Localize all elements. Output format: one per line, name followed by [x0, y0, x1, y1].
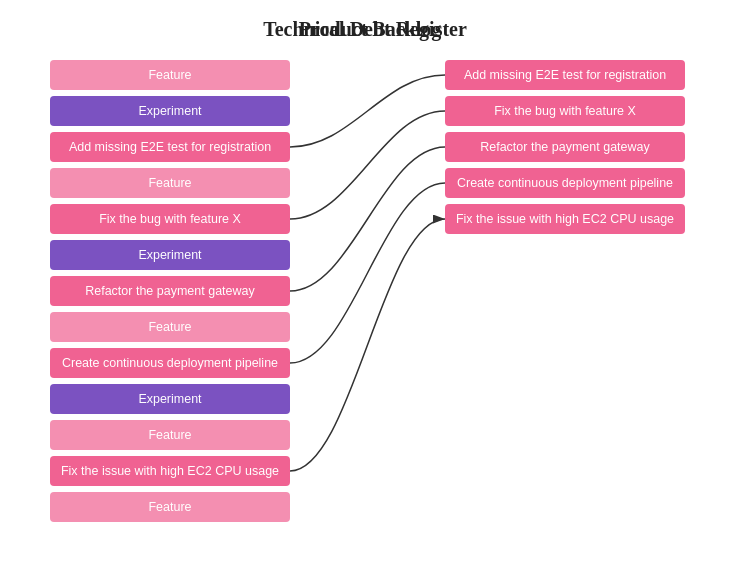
- left-list-item: Refactor the payment gateway: [50, 276, 290, 306]
- right-list-item: Refactor the payment gateway: [445, 132, 685, 162]
- left-list-item: Feature: [50, 420, 290, 450]
- left-list-item: Fix the bug with feature X: [50, 204, 290, 234]
- right-column: Technical Debt Register Add missing E2E …: [400, 0, 730, 568]
- left-column: Product Backlog FeatureExperimentAdd mis…: [0, 0, 330, 568]
- right-list-item: Create continuous deployment pipeline: [445, 168, 685, 198]
- right-list-item: Add missing E2E test for registration: [445, 60, 685, 90]
- left-list-item: Feature: [50, 492, 290, 522]
- right-list-item: Fix the bug with feature X: [445, 96, 685, 126]
- right-title: Technical Debt Register: [20, 18, 710, 41]
- left-list-item: Fix the issue with high EC2 CPU usage: [50, 456, 290, 486]
- left-list-item: Create continuous deployment pipeline: [50, 348, 290, 378]
- left-list-item: Feature: [50, 60, 290, 90]
- right-list-item: Fix the issue with high EC2 CPU usage: [445, 204, 685, 234]
- left-list-item: Feature: [50, 168, 290, 198]
- left-list-item: Experiment: [50, 240, 290, 270]
- left-list-item: Experiment: [50, 384, 290, 414]
- left-list-item: Add missing E2E test for registration: [50, 132, 290, 162]
- left-list-item: Experiment: [50, 96, 290, 126]
- left-list-item: Feature: [50, 312, 290, 342]
